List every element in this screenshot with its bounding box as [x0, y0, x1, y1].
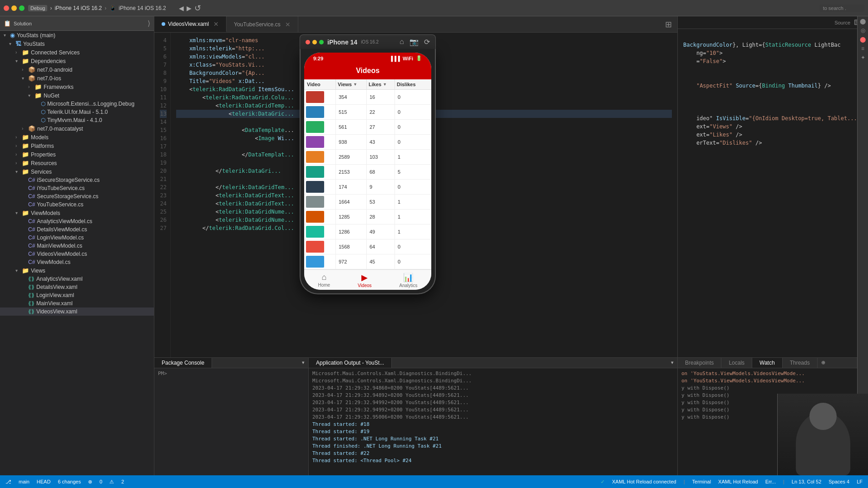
sidebar-item-main-view[interactable]: ⟪⟫ MainView.xaml [0, 299, 154, 307]
console-dropdown[interactable]: ▾ [298, 358, 308, 368]
tab-threads[interactable]: Threads [783, 358, 818, 368]
td-video[interactable] [304, 210, 336, 224]
refresh-icon[interactable]: ↺ [194, 3, 201, 13]
side-icon-error[interactable]: ⬤ [860, 36, 866, 43]
sidebar-item-videos-vm[interactable]: C# VideosViewModel.cs [0, 250, 154, 258]
td-video[interactable] [304, 180, 336, 194]
tab-app-output[interactable]: Application Output - YouSt... [309, 358, 392, 368]
sidebar-item-login-vm[interactable]: C# LoginViewModel.cs [0, 234, 154, 242]
tab-youtubeservice[interactable]: YouTubeService.cs ✕ [227, 16, 298, 32]
phone-close[interactable] [306, 40, 310, 44]
nav-arrows[interactable]: ◀ ▶ ↺ [179, 3, 201, 13]
search-box[interactable]: to search . [819, 5, 864, 12]
back-icon[interactable]: ◀ [179, 5, 184, 12]
sidebar-item-details-view[interactable]: ⟪⟫ DetailsView.xaml [0, 283, 154, 291]
sidebar-item-viewmodel[interactable]: C# ViewModel.cs [0, 258, 154, 266]
td-video[interactable] [304, 224, 336, 239]
views-filter-icon[interactable]: ▼ [353, 82, 357, 87]
sidebar-item-dependencies[interactable]: ▾ 📁 Dependencies [0, 57, 154, 65]
spaces-label[interactable]: Spaces 4 [829, 479, 849, 484]
sidebar-item-youstats[interactable]: ▾ 🏗 YouStats [0, 39, 154, 48]
td-video[interactable] [304, 165, 336, 179]
sidebar-item-ms-logging[interactable]: ⬡ Microsoft.Extensi...s.Logging.Debug [0, 100, 154, 108]
sidebar-item-iyoutube[interactable]: C# iYouTubeService.cs [0, 184, 154, 192]
sidebar-item-analytics-vm[interactable]: C# AnalyticsViewModel.cs [0, 217, 154, 225]
td-video[interactable] [304, 135, 336, 149]
forward-icon[interactable]: ▶ [187, 5, 192, 12]
td-video[interactable] [304, 90, 336, 104]
minimize-button[interactable] [11, 5, 17, 11]
side-icon-3[interactable]: ≡ [861, 45, 864, 52]
error-label[interactable]: Err... [765, 479, 776, 484]
maximize-button[interactable] [19, 5, 25, 11]
sidebar-item-login-view[interactable]: ⟪⟫ LoginView.xaml [0, 291, 154, 299]
td-video[interactable] [304, 105, 336, 119]
sidebar-item-details-vm[interactable]: C# DetailsViewModel.cs [0, 225, 154, 234]
th-likes[interactable]: Likes ▼ [367, 79, 395, 89]
phone-screenshot-icon[interactable]: 📷 [409, 38, 419, 46]
sidebar-item-frameworks[interactable]: › 📁 Frameworks [0, 83, 154, 91]
tab-close-icon2[interactable]: ✕ [285, 21, 291, 28]
phone-tab-analytics[interactable]: 📊 Analytics [399, 273, 417, 288]
sidebar-item-net7-ios[interactable]: ▾ 📦 net7.0-ios [0, 74, 154, 83]
sidebar-item-connected-services[interactable]: › 📁 Connected Services [0, 48, 154, 57]
phone-rotate-icon[interactable]: ⟳ [424, 38, 430, 46]
tab-videosview[interactable]: VideosView.xaml ✕ [154, 16, 227, 32]
watch-icon[interactable]: ⊕ [821, 360, 825, 365]
sidebar-item-net7-maccatalyst[interactable]: › 📦 net7.0-maccatalyst [0, 124, 154, 133]
phone-tab-videos[interactable]: ▶ Videos [358, 273, 371, 288]
sidebar-item-tinymvvm[interactable]: ⬡ TinyMvvm.Maui - 4.1.0 [0, 116, 154, 124]
td-video[interactable] [304, 120, 336, 134]
sidebar-header: 📋 Solution ⟩ [0, 16, 154, 31]
sidebar-item-youstats-main[interactable]: ▾ ◉ YouStats (main) [0, 31, 154, 39]
sidebar-item-properties[interactable]: › 📁 Properties [0, 150, 154, 159]
split-icon[interactable]: ⊞ [665, 20, 672, 29]
expand-icon[interactable]: ⟩ [148, 19, 150, 28]
sidebar-item-secure[interactable]: C# SecureStorageService.cs [0, 192, 154, 200]
phone-tab-bar[interactable]: ⌂ Home ▶ Videos 📊 Analytics [304, 269, 431, 290]
sidebar-item-analytics-view[interactable]: ⟪⟫ AnalyticsView.xaml [0, 275, 154, 283]
side-icon-2[interactable]: ◎ [861, 27, 865, 34]
output-dropdown[interactable]: ▾ [667, 358, 677, 368]
likes-filter-icon[interactable]: ▼ [383, 82, 387, 87]
phone-home-icon[interactable]: ⌂ [399, 38, 404, 46]
side-icon-4[interactable]: ✦ [861, 54, 865, 61]
sidebar-item-services[interactable]: ▾ 📁 Services [0, 167, 154, 176]
tab-locals[interactable]: Locals [721, 358, 752, 368]
sidebar-item-models[interactable]: › 📁 Models [0, 133, 154, 142]
tab-package-console[interactable]: Package Console [154, 358, 212, 368]
sidebar-item-isecure[interactable]: C# iSecureStorageService.cs [0, 176, 154, 184]
error-count[interactable]: 0 [99, 479, 102, 484]
sidebar-item-youtube[interactable]: C# YouTubeService.cs [0, 200, 154, 209]
sidebar-item-telerik[interactable]: ⬡ Telerik.UI.for.Maui - 5.1.0 [0, 108, 154, 116]
phone-minimize[interactable] [312, 40, 317, 44]
td-video[interactable] [304, 254, 336, 269]
sidebar-item-viewmodels[interactable]: ▾ 📁 ViewModels [0, 209, 154, 217]
td-video[interactable] [304, 239, 336, 254]
warning-count[interactable]: 2 [121, 479, 124, 484]
td-video[interactable] [304, 195, 336, 209]
changes-count[interactable]: 6 changes [58, 479, 81, 484]
sidebar-item-videos-view[interactable]: ⟪⟫ VideosView.xaml [0, 307, 154, 316]
sidebar-item-nuget[interactable]: ▾ 📁 NuGet [0, 91, 154, 100]
sidebar-item-resources[interactable]: › 📁 Resources [0, 159, 154, 167]
phone-tab-home[interactable]: ⌂ Home [318, 273, 330, 288]
close-button[interactable] [4, 5, 9, 11]
td-video[interactable] [304, 150, 336, 164]
th-views[interactable]: Views ▼ [336, 79, 367, 89]
phone-traffic-lights [306, 40, 324, 44]
tab-breakpoints[interactable]: Breakpoints [678, 358, 721, 368]
terminal-label[interactable]: Terminal [692, 479, 711, 484]
sidebar-item-platforms[interactable]: › 📁 Platforms [0, 142, 154, 150]
sidebar-item-net7-android[interactable]: › 📦 net7.0-android [0, 65, 154, 74]
side-icon-1[interactable]: ⬤ [860, 18, 866, 24]
tab-close-icon[interactable]: ✕ [213, 20, 219, 28]
sidebar-item-views[interactable]: ▾ 📁 Views [0, 266, 154, 275]
td-views: 515 [336, 105, 367, 119]
phone-actions[interactable]: ⌂ 📷 ⟳ [399, 38, 430, 46]
tab-watch[interactable]: Watch [752, 358, 783, 368]
phone-maximize[interactable] [319, 40, 324, 44]
line-ending[interactable]: LF [857, 479, 863, 484]
sidebar-item-main-vm[interactable]: C# MainViewModel.cs [0, 242, 154, 250]
xaml-label[interactable]: XAML Hot Reload [718, 479, 758, 484]
